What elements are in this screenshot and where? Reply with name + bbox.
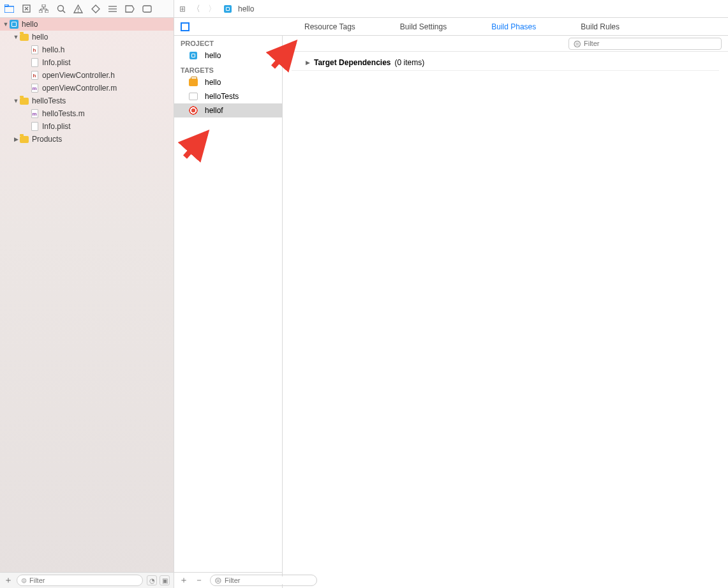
tab-build-phases[interactable]: Build Phases — [491, 22, 536, 31]
editor-area: ⊞ 〈 〉 hello Resource Tags Build Settings… — [174, 0, 728, 588]
svg-rect-15 — [143, 6, 151, 12]
tab-build-settings[interactable]: Build Settings — [400, 22, 447, 31]
tab-build-rules[interactable]: Build Rules — [581, 22, 620, 31]
tree-row-group[interactable]: ▶ Products — [0, 133, 174, 146]
tree-label: openViewController.h — [42, 71, 115, 80]
app-target-icon — [188, 77, 198, 87]
file-tree[interactable]: ▼ hello ▼ hello h hello.h Info.plist h o… — [0, 18, 174, 572]
recent-filter-icon[interactable]: ◔ — [147, 575, 157, 585]
folder-icon — [19, 96, 29, 106]
tab-resource-tags[interactable]: Resource Tags — [304, 22, 355, 31]
navigator-selector-toolbar — [0, 0, 174, 18]
scm-filter-icon[interactable]: ▣ — [160, 575, 170, 585]
phase-title: Target Dependencies — [314, 58, 390, 67]
report-navigator-icon[interactable] — [142, 3, 152, 14]
build-phases-filter-field[interactable]: ⊜ — [568, 38, 722, 50]
build-phase-row[interactable]: ▶ Target Dependencies (0 items) — [292, 54, 719, 71]
breadcrumb[interactable]: hello — [223, 4, 254, 14]
navigator-filter-field[interactable]: ⊜ — [17, 575, 143, 586]
svg-rect-6 — [39, 10, 42, 13]
disclosure-triangle-icon[interactable]: ▼ — [13, 34, 19, 40]
toggle-outline-icon[interactable] — [181, 22, 189, 31]
back-button[interactable]: 〈 — [191, 3, 202, 15]
svg-point-8 — [57, 5, 63, 11]
project-editor-tab-bar: Resource Tags Build Settings Build Phase… — [174, 18, 728, 36]
disclosure-triangle-icon[interactable]: ▼ — [3, 21, 9, 27]
add-build-phase-button[interactable]: ＋ — [289, 38, 299, 50]
plist-file-icon — [29, 121, 40, 132]
forward-button[interactable]: 〉 — [207, 3, 218, 15]
disclosure-triangle-icon[interactable]: ▶ — [13, 136, 19, 142]
tree-label: Products — [32, 135, 62, 144]
row-label: hello — [205, 51, 221, 60]
tree-row-file[interactable]: Info.plist — [0, 120, 174, 133]
target-row[interactable]: hello — [174, 75, 282, 89]
filter-icon: ⊜ — [214, 575, 222, 585]
project-file-icon — [188, 50, 198, 61]
folder-navigator-icon[interactable] — [4, 3, 15, 14]
plist-file-icon — [29, 57, 40, 68]
tree-label: hello — [22, 20, 38, 29]
search-navigator-icon[interactable] — [56, 3, 66, 14]
svg-rect-1 — [4, 4, 8, 6]
tree-row-group[interactable]: ▼ hello — [0, 31, 174, 43]
header-file-icon: h — [29, 45, 40, 55]
navigator-filter-input[interactable] — [29, 577, 138, 584]
hierarchy-navigator-icon[interactable] — [38, 3, 49, 14]
test-navigator-icon[interactable] — [90, 3, 101, 14]
folder-icon — [19, 134, 29, 144]
add-target-button[interactable]: ＋ — [179, 575, 188, 586]
targets-footer: ＋ － ⊜ — [174, 572, 282, 588]
tree-label: hello.h — [42, 45, 64, 54]
build-phases-filter-input[interactable] — [584, 40, 717, 47]
tree-row-file[interactable]: Info.plist — [0, 56, 174, 69]
impl-file-icon: m — [29, 83, 40, 93]
tree-label: Info.plist — [42, 122, 71, 131]
tree-label: openViewController.m — [42, 84, 117, 93]
filter-icon: ⊜ — [21, 577, 27, 585]
test-target-icon — [188, 91, 198, 102]
issue-navigator-icon[interactable] — [73, 3, 84, 14]
svg-rect-0 — [4, 6, 14, 13]
header-file-icon: h — [29, 70, 40, 80]
svg-rect-7 — [45, 10, 48, 13]
tree-label: hello — [32, 33, 48, 41]
breakpoint-navigator-icon[interactable] — [124, 3, 135, 14]
row-label: helloTests — [205, 92, 239, 101]
svg-rect-5 — [42, 4, 45, 7]
remove-target-button[interactable]: － — [195, 575, 204, 586]
impl-file-icon: m — [29, 109, 40, 119]
jump-bar: ⊞ 〈 〉 hello — [174, 0, 728, 18]
disclosure-triangle-icon[interactable]: ▶ — [306, 59, 310, 66]
tree-row-file[interactable]: h openViewController.h — [0, 69, 174, 82]
target-row[interactable]: helloTests — [174, 89, 282, 103]
project-row[interactable]: hello — [174, 49, 282, 63]
filter-icon: ⊜ — [573, 38, 581, 50]
symbol-navigator-icon[interactable] — [21, 3, 32, 14]
build-phases-toolbar: ＋ ⊜ — [283, 36, 728, 52]
tree-row-group[interactable]: ▼ helloTests — [0, 94, 174, 107]
add-button[interactable]: ＋ — [4, 575, 13, 586]
tree-label: Info.plist — [42, 58, 71, 67]
related-items-icon[interactable]: ⊞ — [179, 4, 186, 13]
disclosure-triangle-icon[interactable]: ▼ — [13, 98, 19, 104]
tree-row-project[interactable]: ▼ hello — [0, 18, 174, 31]
section-header-project: PROJECT — [174, 36, 282, 49]
phase-count: (0 items) — [394, 58, 424, 67]
row-label: hello — [205, 78, 221, 87]
target-row-selected[interactable]: hellof — [174, 103, 282, 117]
tree-row-file[interactable]: h hello.h — [0, 43, 174, 56]
debug-navigator-icon[interactable] — [107, 3, 118, 14]
tree-row-file[interactable]: m openViewController.m — [0, 82, 174, 94]
svg-point-11 — [78, 11, 79, 12]
folder-icon — [19, 32, 29, 42]
breadcrumb-label: hello — [238, 4, 254, 13]
tree-row-file[interactable]: m helloTests.m — [0, 107, 174, 120]
project-file-icon — [9, 19, 19, 29]
project-file-icon — [223, 4, 233, 14]
build-phases-pane: ＋ ⊜ ▶ Target Dependencies (0 items) — [283, 36, 728, 588]
svg-line-9 — [63, 10, 65, 13]
row-label: hellof — [205, 106, 223, 115]
tree-label: helloTests.m — [42, 109, 85, 118]
project-targets-list: PROJECT hello TARGETS hello helloTests h… — [174, 36, 283, 588]
